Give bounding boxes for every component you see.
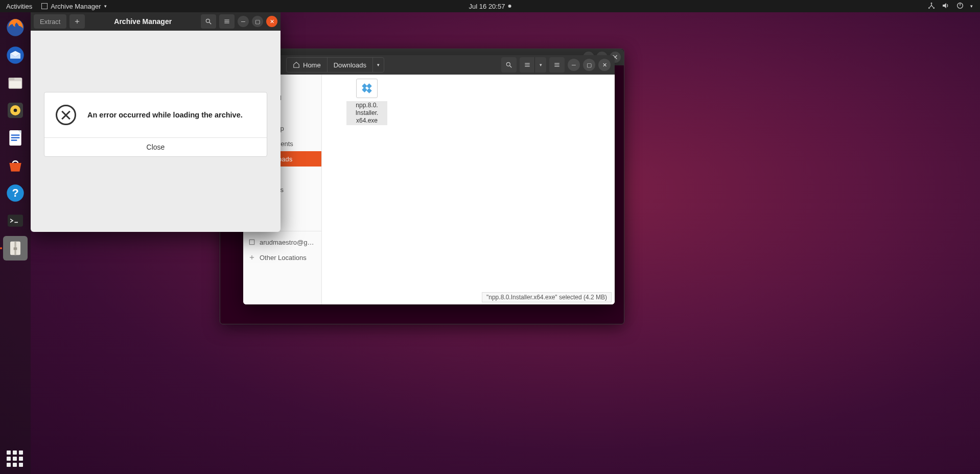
hamburger-icon: [223, 18, 230, 25]
svg-line-56: [209, 22, 212, 25]
show-applications[interactable]: [7, 451, 24, 468]
files-maximize-button[interactable]: ▢: [583, 59, 595, 71]
dock-terminal[interactable]: [3, 208, 28, 233]
archive-minimize-button[interactable]: ─: [238, 16, 249, 27]
firefox-icon: [5, 17, 26, 38]
file-thumb: [356, 79, 378, 98]
error-message: An error occurred while loading the arch…: [87, 111, 243, 119]
breadcrumb-menu[interactable]: ▾: [373, 58, 384, 72]
dock-files[interactable]: [3, 70, 28, 95]
notification-dot-icon: [508, 5, 511, 8]
rhythmbox-icon: [5, 100, 26, 121]
chevron-down-icon: ▾: [377, 62, 380, 67]
svg-rect-18: [11, 139, 17, 141]
help-icon: ?: [5, 183, 26, 203]
archive-hamburger-button[interactable]: [219, 14, 235, 29]
libreoffice-writer-icon: [5, 128, 26, 148]
dock-rhythmbox[interactable]: [3, 98, 28, 123]
plus-icon: [74, 18, 81, 25]
chevron-down-icon: ▾: [540, 62, 542, 67]
activities-button[interactable]: Activities: [6, 3, 32, 10]
sidebar-account-label: arudmaestro@g…: [260, 239, 314, 246]
svg-rect-50: [366, 83, 371, 88]
chevron-down-icon: ▾: [104, 4, 107, 9]
files-window[interactable]: Home Downloads ▾ ▾ ─ ▢ ✕: [243, 55, 615, 304]
svg-rect-16: [11, 134, 20, 136]
files-minimize-button[interactable]: ─: [568, 59, 580, 71]
files-icon: [5, 73, 26, 93]
files-view-options-button[interactable]: ▾: [535, 57, 546, 73]
svg-point-1: [928, 7, 930, 9]
breadcrumb-home[interactable]: Home: [287, 58, 328, 72]
files-content[interactable]: npp.8.0. Installer. x64.exe "npp.8.0.Ins…: [322, 75, 615, 304]
dock-software[interactable]: [3, 153, 28, 178]
plus-icon: [248, 254, 255, 261]
archive-manager-icon: [5, 238, 26, 258]
files-close-button[interactable]: ✕: [598, 59, 611, 71]
svg-rect-21: [8, 215, 23, 226]
archive-manager-title: Archive Manager: [88, 17, 198, 26]
file-item[interactable]: npp.8.0. Installer. x64.exe: [346, 79, 387, 125]
extract-button-label: Extract: [40, 18, 60, 26]
archive-search-button[interactable]: [201, 14, 216, 29]
error-icon: [56, 105, 76, 125]
search-icon: [205, 18, 212, 25]
clock[interactable]: Jul 16 20:57: [469, 3, 511, 10]
files-statusbar: "npp.8.0.Installer.x64.exe" selected (4.…: [482, 292, 612, 302]
sidebar-other-label: Other Locations: [260, 254, 307, 262]
dock-firefox[interactable]: [3, 15, 28, 40]
thunderbird-icon: [5, 45, 26, 65]
power-icon[interactable]: [956, 2, 964, 11]
svg-point-55: [206, 19, 209, 22]
home-icon: [293, 61, 300, 68]
dock-writer[interactable]: [3, 126, 28, 150]
app-menu[interactable]: Archive Manager ▾: [41, 3, 106, 10]
svg-text:?: ?: [12, 186, 18, 199]
terminal-icon: [5, 210, 26, 231]
extract-button[interactable]: Extract: [34, 14, 66, 29]
archive-manager-titlebar: Extract Archive Manager ─ ▢ ✕: [31, 12, 281, 31]
list-icon: [524, 61, 531, 68]
svg-point-13: [14, 109, 17, 112]
svg-rect-10: [9, 81, 21, 88]
top-bar: Activities Archive Manager ▾ Jul 16 20:5…: [0, 0, 980, 12]
file-label: npp.8.0. Installer. x64.exe: [346, 101, 387, 125]
exe-icon: [361, 83, 372, 94]
svg-rect-51: [366, 88, 371, 93]
system-menu-chevron-icon[interactable]: ▾: [970, 4, 973, 9]
archive-app-icon: [41, 3, 48, 9]
dock-thunderbird[interactable]: [3, 43, 28, 67]
volume-icon[interactable]: [942, 2, 950, 11]
svg-rect-17: [11, 137, 20, 138]
ubuntu-software-icon: [5, 155, 26, 176]
svg-rect-46: [249, 240, 254, 244]
archive-close-button[interactable]: ✕: [266, 16, 277, 27]
files-hamburger-button[interactable]: [549, 57, 565, 73]
svg-rect-52: [362, 83, 367, 88]
breadcrumb: Home Downloads ▾: [286, 57, 384, 73]
dock-help[interactable]: ?: [3, 181, 28, 205]
breadcrumb-downloads[interactable]: Downloads: [328, 58, 373, 72]
account-icon: [248, 239, 255, 246]
hamburger-icon: [553, 61, 561, 68]
error-close-label: Close: [147, 143, 165, 151]
files-view-list-button[interactable]: [520, 57, 535, 73]
error-close-button[interactable]: Close: [44, 137, 267, 156]
archive-manager-window[interactable]: Extract Archive Manager ─ ▢ ✕ An error o…: [31, 12, 281, 232]
dock: ?: [0, 12, 31, 474]
search-icon: [505, 61, 512, 68]
error-dialog: An error occurred while loading the arch…: [44, 92, 267, 157]
network-icon[interactable]: [927, 2, 936, 11]
files-search-button[interactable]: [501, 57, 517, 73]
svg-point-26: [506, 62, 510, 66]
app-menu-label: Archive Manager: [51, 3, 101, 10]
archive-maximize-button[interactable]: ▢: [252, 16, 263, 27]
svg-rect-25: [14, 247, 17, 250]
add-button[interactable]: [69, 14, 85, 29]
svg-rect-9: [9, 78, 15, 80]
sidebar-other-locations[interactable]: Other Locations: [243, 250, 321, 265]
dock-archive-manager[interactable]: [3, 236, 28, 260]
sidebar-account[interactable]: arudmaestro@g…: [243, 234, 321, 250]
svg-point-2: [933, 7, 935, 9]
files-status-text: "npp.8.0.Installer.x64.exe" selected (4.…: [486, 294, 607, 301]
